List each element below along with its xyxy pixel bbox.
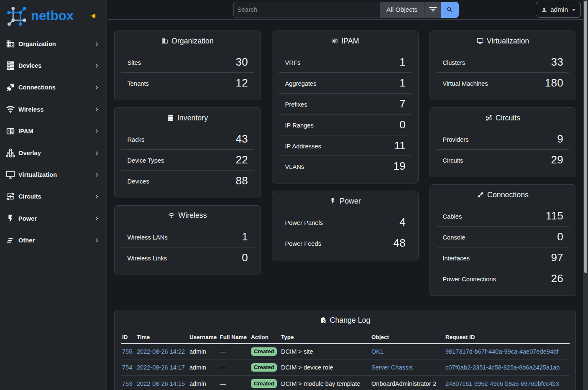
svg-text:netbox: netbox bbox=[31, 8, 74, 23]
